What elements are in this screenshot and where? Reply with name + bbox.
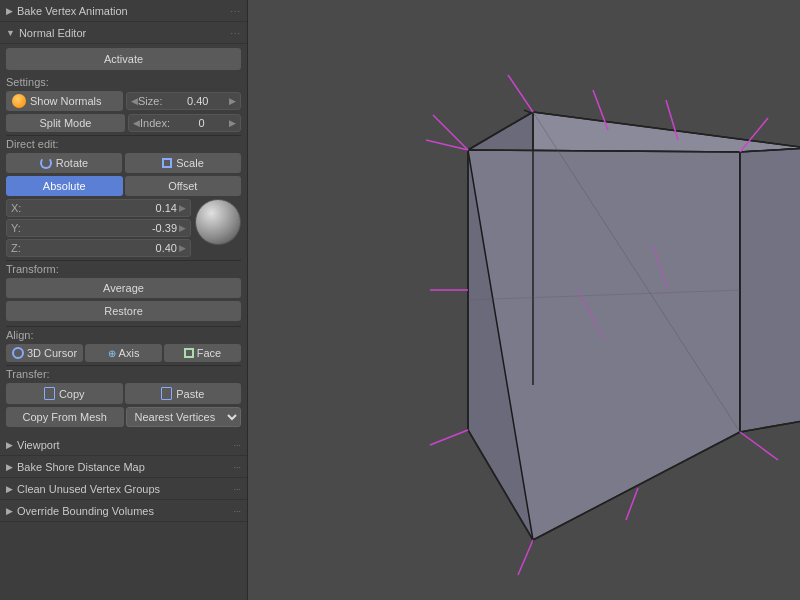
override-bounding-label: Override Bounding Volumes	[17, 505, 233, 517]
normal-editor-arrow-icon: ▼	[6, 28, 15, 38]
bake-shore-dots: ···	[233, 462, 241, 472]
x-label: X:	[11, 202, 29, 214]
show-normals-row: Show Normals ◀ Size: 0.40 ▶	[6, 91, 241, 111]
copy-paste-row: Copy Paste	[6, 383, 241, 404]
z-label: Z:	[11, 242, 29, 254]
viewport-label: Viewport	[17, 439, 233, 451]
size-left-arrow[interactable]: ◀	[131, 96, 138, 106]
xyz-section: X: 0.14 ▶ Y: -0.39 ▶ Z: 0.40 ▶	[6, 199, 241, 257]
xyz-fields: X: 0.14 ▶ Y: -0.39 ▶ Z: 0.40 ▶	[6, 199, 191, 257]
transform-label: Transform:	[6, 263, 241, 275]
x-row[interactable]: X: 0.14 ▶	[6, 199, 191, 217]
divider-2	[6, 260, 241, 261]
3d-cursor-button[interactable]: 3D Cursor	[6, 344, 83, 362]
viewport-svg	[248, 0, 800, 600]
divider-4	[6, 365, 241, 366]
size-field[interactable]: ◀ Size: 0.40 ▶	[126, 92, 241, 110]
normal-editor-content: Activate Settings: Show Normals ◀ Size: …	[0, 44, 247, 434]
normal-sphere-preview	[195, 199, 241, 245]
y-arrow[interactable]: ▶	[179, 223, 186, 233]
x-arrow[interactable]: ▶	[179, 203, 186, 213]
left-panel: ▶ Bake Vertex Animation ··· ▼ Normal Edi…	[0, 0, 248, 600]
axis-icon: ⊕	[108, 348, 116, 359]
y-row[interactable]: Y: -0.39 ▶	[6, 219, 191, 237]
restore-button[interactable]: Restore	[6, 301, 241, 321]
index-value: 0	[174, 117, 229, 129]
x-value: 0.14	[29, 202, 177, 214]
bake-vertex-label: Bake Vertex Animation	[17, 5, 230, 17]
size-value: 0.40	[166, 95, 229, 107]
activate-button[interactable]: Activate	[6, 48, 241, 70]
face-button[interactable]: Face	[164, 344, 241, 362]
copy-button[interactable]: Copy	[6, 383, 123, 404]
size-label: Size:	[138, 95, 162, 107]
viewport-dots: ···	[233, 440, 241, 450]
copy-from-row: Copy From Mesh Nearest Vertices	[6, 407, 241, 427]
direct-edit-label: Direct edit:	[6, 138, 241, 150]
rotate-label: Rotate	[56, 157, 88, 169]
nearest-vertices-select[interactable]: Nearest Vertices	[126, 407, 242, 427]
paste-button[interactable]: Paste	[125, 383, 242, 404]
svg-marker-6	[740, 148, 800, 432]
clean-unused-dots: ···	[233, 484, 241, 494]
split-mode-button[interactable]: Split Mode	[6, 114, 125, 132]
face-label: Face	[197, 347, 221, 359]
align-buttons-row: 3D Cursor ⊕ Axis Face	[6, 344, 241, 362]
bake-shore-arrow-icon: ▶	[6, 462, 13, 472]
y-value: -0.39	[29, 222, 177, 234]
axis-button[interactable]: ⊕ Axis	[85, 344, 162, 362]
bake-vertex-arrow-icon: ▶	[6, 6, 13, 16]
absolute-offset-tabs: Absolute Offset	[6, 176, 241, 196]
index-right-arrow[interactable]: ▶	[229, 118, 236, 128]
override-bounding-section-header[interactable]: ▶ Override Bounding Volumes ···	[0, 500, 247, 522]
align-label: Align:	[6, 329, 241, 341]
offset-tab[interactable]: Offset	[125, 176, 242, 196]
axis-label: Axis	[119, 347, 140, 359]
scale-label: Scale	[176, 157, 204, 169]
rotate-icon	[40, 157, 52, 169]
show-normals-icon	[12, 94, 26, 108]
bake-shore-label: Bake Shore Distance Map	[17, 461, 233, 473]
rotate-scale-row: Rotate Scale	[6, 153, 241, 173]
show-normals-label: Show Normals	[30, 95, 102, 107]
z-arrow[interactable]: ▶	[179, 243, 186, 253]
bake-vertex-animation-header[interactable]: ▶ Bake Vertex Animation ···	[0, 0, 247, 22]
normal-editor-header[interactable]: ▼ Normal Editor ···	[0, 22, 247, 44]
absolute-tab[interactable]: Absolute	[6, 176, 123, 196]
average-button[interactable]: Average	[6, 278, 241, 298]
override-bounding-dots: ···	[233, 506, 241, 516]
face-icon	[184, 348, 194, 358]
divider-1	[6, 135, 241, 136]
bake-shore-section-header[interactable]: ▶ Bake Shore Distance Map ···	[0, 456, 247, 478]
normal-editor-dots: ···	[230, 28, 241, 38]
clean-unused-arrow-icon: ▶	[6, 484, 13, 494]
paste-label: Paste	[176, 388, 204, 400]
clean-unused-label: Clean Unused Vertex Groups	[17, 483, 233, 495]
settings-label: Settings:	[6, 76, 241, 88]
copy-icon	[44, 387, 55, 400]
paste-icon	[161, 387, 172, 400]
y-label: Y:	[11, 222, 29, 234]
copy-label: Copy	[59, 388, 85, 400]
z-value: 0.40	[29, 242, 177, 254]
z-row[interactable]: Z: 0.40 ▶	[6, 239, 191, 257]
index-label: Index:	[140, 117, 170, 129]
3d-viewport[interactable]	[248, 0, 800, 600]
index-left-arrow[interactable]: ◀	[133, 118, 140, 128]
bake-vertex-dots: ···	[230, 6, 241, 16]
viewport-arrow-icon: ▶	[6, 440, 13, 450]
index-field[interactable]: ◀ Index: 0 ▶	[128, 114, 241, 132]
viewport-section-header[interactable]: ▶ Viewport ···	[0, 434, 247, 456]
copy-from-mesh-button[interactable]: Copy From Mesh	[6, 407, 124, 427]
scale-button[interactable]: Scale	[125, 153, 241, 173]
rotate-button[interactable]: Rotate	[6, 153, 122, 173]
clean-unused-section-header[interactable]: ▶ Clean Unused Vertex Groups ···	[0, 478, 247, 500]
show-normals-button[interactable]: Show Normals	[6, 91, 123, 111]
override-bounding-arrow-icon: ▶	[6, 506, 13, 516]
size-right-arrow[interactable]: ▶	[229, 96, 236, 106]
split-mode-row: Split Mode ◀ Index: 0 ▶	[6, 114, 241, 132]
scale-icon	[162, 158, 172, 168]
cursor-label: 3D Cursor	[27, 347, 77, 359]
normal-editor-label: Normal Editor	[19, 27, 231, 39]
cursor-icon	[12, 347, 24, 359]
